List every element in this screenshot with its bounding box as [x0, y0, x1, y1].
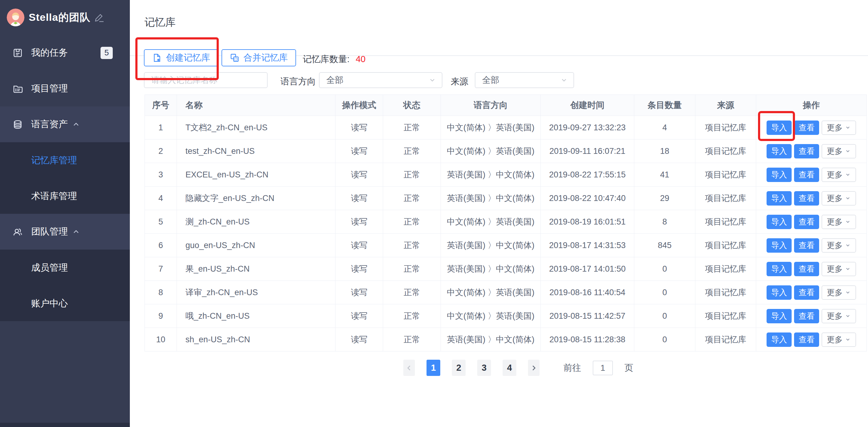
chevron-up-icon [72, 120, 80, 129]
more-button[interactable]: 更多 [822, 238, 856, 253]
cell-index: 9 [145, 304, 177, 328]
view-button[interactable]: 查看 [794, 262, 819, 276]
import-button[interactable]: 导入 [767, 191, 792, 205]
import-button-wrap: 导入 [767, 215, 792, 229]
sidebar-item-member-management[interactable]: 成员管理 [0, 250, 130, 285]
goto-page-label: 前往 [563, 362, 581, 374]
more-button[interactable]: 更多 [822, 144, 856, 159]
table-row: 7 果_en-US_zh-CN 读写 正常 英语(美国) 〉中文(简体) 201… [145, 257, 867, 281]
import-button[interactable]: 导入 [767, 262, 792, 276]
more-button[interactable]: 更多 [822, 215, 856, 229]
cell-name: 哦_zh-CN_en-US [177, 304, 336, 328]
view-button[interactable]: 查看 [794, 144, 819, 159]
sidebar-item-termbase-management[interactable]: 术语库管理 [0, 178, 130, 214]
view-button[interactable]: 查看 [794, 215, 819, 229]
view-button[interactable]: 查看 [794, 168, 819, 182]
import-button[interactable]: 导入 [767, 333, 792, 347]
table-row: 1 T文档2_zh-CN_en-US 读写 正常 中文(简体) 〉英语(美国) … [145, 116, 867, 140]
sidebar-bottom-strip [0, 423, 130, 427]
create-tm-button[interactable]: 创建记忆库 [144, 49, 218, 66]
cell-created: 2019-08-15 11:42:57 [541, 304, 634, 328]
more-button[interactable]: 更多 [822, 168, 856, 182]
more-button-label: 更多 [827, 287, 843, 298]
header-status: 状态 [383, 95, 441, 116]
import-button[interactable]: 导入 [767, 215, 792, 229]
more-button[interactable]: 更多 [822, 262, 856, 276]
cell-index: 4 [145, 187, 177, 210]
cell-direction: 英语(美国) 〉中文(简体) [441, 234, 541, 257]
cell-mode: 读写 [336, 234, 383, 257]
import-button[interactable]: 导入 [767, 144, 792, 159]
view-button[interactable]: 查看 [794, 120, 819, 135]
table-row: 6 guo_en-US_zh-CN 读写 正常 英语(美国) 〉中文(简体) 2… [145, 234, 867, 257]
avatar [7, 8, 25, 26]
cell-mode: 读写 [336, 257, 383, 281]
merge-tm-label: 合并记忆库 [244, 52, 288, 64]
more-button[interactable]: 更多 [822, 309, 856, 323]
cell-entries: 0 [634, 257, 695, 281]
more-button-label: 更多 [827, 264, 843, 274]
sidebar-item-team-management[interactable]: 团队管理 [0, 214, 130, 250]
cell-status: 正常 [383, 116, 441, 140]
cell-created: 2019-08-22 17:55:15 [541, 163, 634, 187]
cell-source: 项目记忆库 [695, 328, 756, 351]
sidebar-item-tm-management[interactable]: 记忆库管理 [0, 142, 130, 178]
sidebar-item-project-management[interactable]: 项目管理 [0, 70, 130, 107]
cell-created: 2019-08-22 10:47:40 [541, 187, 634, 210]
import-button[interactable]: 导入 [767, 238, 792, 253]
view-button[interactable]: 查看 [794, 309, 819, 323]
cell-index: 1 [145, 116, 177, 140]
page-button-3[interactable]: 3 [477, 360, 491, 376]
chevron-down-icon [845, 148, 851, 154]
cell-direction: 中文(简体) 〉英语(美国) [441, 116, 541, 140]
import-button[interactable]: 导入 [767, 168, 792, 182]
pagination: 1 2 3 4 前往 页 [403, 360, 633, 376]
source-select[interactable]: 全部 [475, 72, 574, 88]
merge-tm-button[interactable]: 合并记忆库 [221, 49, 296, 66]
more-button[interactable]: 更多 [822, 191, 856, 205]
table-row: 9 哦_zh-CN_en-US 读写 正常 中文(简体) 〉英语(美国) 201… [145, 304, 867, 328]
view-button[interactable]: 查看 [794, 285, 819, 300]
cell-source: 项目记忆库 [695, 187, 756, 210]
view-button[interactable]: 查看 [794, 238, 819, 253]
page-button-4[interactable]: 4 [503, 360, 516, 376]
chevron-down-icon [845, 172, 851, 178]
view-button[interactable]: 查看 [794, 333, 819, 347]
sidebar-item-account-center[interactable]: 账户中心 [0, 285, 130, 321]
team-name: Stella的团队 [29, 10, 90, 25]
more-button-label: 更多 [827, 311, 843, 321]
cell-direction: 中文(简体) 〉英语(美国) [441, 210, 541, 234]
prev-page-button[interactable] [403, 360, 415, 376]
header-source: 来源 [695, 95, 756, 116]
cell-status: 正常 [383, 281, 441, 304]
table-row: 4 隐藏文字_en-US_zh-CN 读写 正常 英语(美国) 〉中文(简体) … [145, 187, 867, 210]
cell-actions: 导入 查看 更多 [756, 116, 867, 140]
import-button[interactable]: 导入 [767, 309, 792, 323]
view-button[interactable]: 查看 [794, 191, 819, 205]
goto-page-input[interactable] [593, 361, 613, 375]
more-button[interactable]: 更多 [822, 333, 856, 347]
more-button[interactable]: 更多 [822, 285, 856, 300]
cell-direction: 英语(美国) 〉中文(简体) [441, 328, 541, 351]
import-button[interactable]: 导入 [767, 285, 792, 300]
next-page-button[interactable] [528, 360, 539, 376]
page-button-2[interactable]: 2 [452, 360, 466, 376]
task-count-badge: 5 [100, 47, 113, 59]
sidebar-item-language-assets[interactable]: 语言资产 [0, 107, 130, 142]
edit-team-name-icon[interactable] [94, 12, 104, 23]
more-button[interactable]: 更多 [822, 120, 856, 135]
more-button-label: 更多 [827, 169, 843, 180]
cell-created: 2019-09-27 13:32:23 [541, 116, 634, 140]
cell-mode: 读写 [336, 140, 383, 163]
sidebar-item-my-tasks[interactable]: 我的任务 5 [0, 35, 130, 70]
page-button-1[interactable]: 1 [427, 360, 440, 376]
cell-name: test_zh-CN_en-US [177, 140, 336, 163]
import-button-wrap: 导入 [767, 168, 792, 182]
import-button[interactable]: 导入 [767, 120, 792, 135]
search-input[interactable] [144, 72, 268, 88]
tm-table: 序号 名称 操作模式 状态 语言方向 创建时间 条目数量 来源 操作 1 T文档… [145, 94, 867, 351]
import-button-wrap: 导入 [767, 262, 792, 276]
language-direction-select[interactable]: 全部 [319, 72, 442, 88]
cell-direction: 英语(美国) 〉中文(简体) [441, 257, 541, 281]
cell-direction: 中文(简体) 〉英语(美国) [441, 140, 541, 163]
